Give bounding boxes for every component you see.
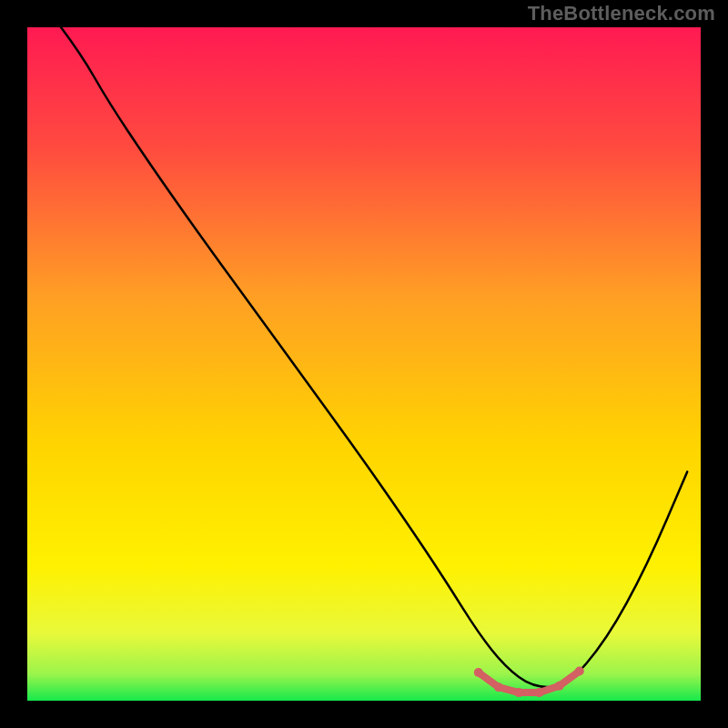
chart-plot-area [27, 27, 701, 701]
optimal-marker-dot [494, 682, 503, 692]
chart-svg [27, 27, 701, 701]
optimal-marker-dot [575, 666, 584, 675]
optimal-marker-dot [555, 682, 564, 691]
gradient-background [27, 27, 701, 701]
optimal-marker-dot [514, 688, 523, 697]
optimal-marker-dot [534, 688, 543, 697]
attribution-text: TheBottleneck.com [528, 2, 715, 25]
optimal-marker-dot [474, 668, 483, 677]
